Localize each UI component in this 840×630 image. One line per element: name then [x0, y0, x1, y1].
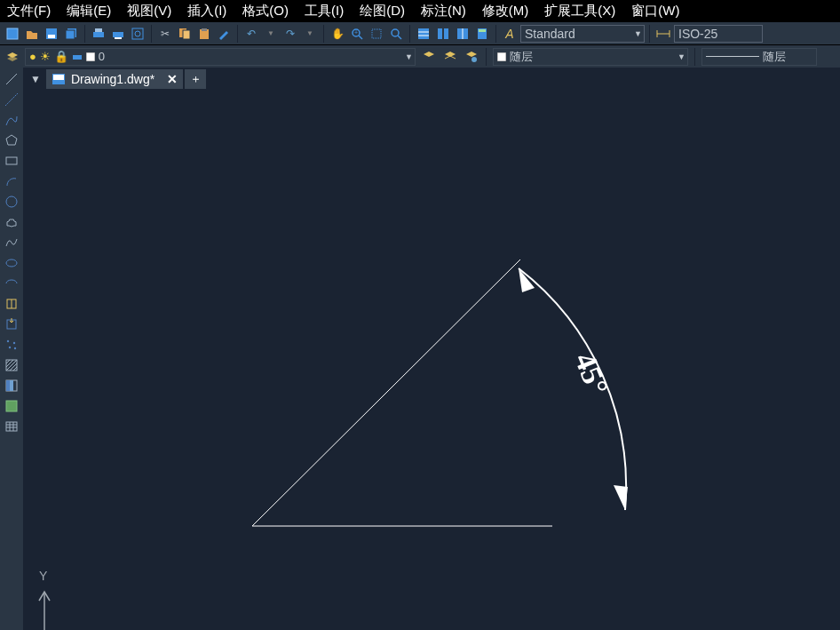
svg-line-53 — [10, 363, 17, 371]
menu-insert[interactable]: 插入(I) — [187, 3, 226, 20]
block-tool-icon[interactable] — [4, 296, 20, 312]
dim-style-combo[interactable]: ISO-25 — [674, 25, 763, 43]
separator — [694, 48, 695, 66]
svg-point-47 — [9, 347, 11, 348]
linetype-combo[interactable]: 随层 — [701, 48, 817, 66]
svg-point-35 — [472, 57, 477, 62]
menu-annotate[interactable]: 标注(N) — [421, 3, 466, 20]
color-swatch — [497, 52, 506, 61]
line-tool-icon[interactable] — [4, 71, 20, 87]
saveall-icon[interactable] — [63, 26, 79, 42]
svg-text:+: + — [354, 29, 358, 36]
plot-icon[interactable] — [110, 26, 126, 42]
polyline-tool-icon[interactable] — [4, 112, 20, 128]
rectangle-tool-icon[interactable] — [4, 153, 20, 169]
chevron-down-icon: ▼ — [678, 52, 685, 61]
spline-tool-icon[interactable] — [4, 235, 20, 251]
text-style-combo[interactable]: Standard ▼ — [520, 25, 645, 43]
zoom-in-icon[interactable]: + — [349, 26, 365, 42]
svg-line-67 — [252, 259, 520, 526]
copy-icon[interactable] — [177, 26, 193, 42]
point-tool-icon[interactable] — [4, 337, 20, 353]
menu-format[interactable]: 格式(O) — [242, 3, 289, 20]
paste-icon[interactable] — [196, 26, 212, 42]
region-tool-icon[interactable] — [4, 398, 20, 414]
print-icon[interactable] — [91, 26, 107, 42]
arc-tool-icon[interactable] — [4, 173, 20, 189]
svg-rect-9 — [132, 28, 143, 39]
hatch-tool-icon[interactable] — [4, 357, 20, 373]
color-swatch — [86, 52, 95, 61]
zoom-extents-icon[interactable] — [388, 26, 404, 42]
new-tab-button[interactable]: ＋ — [185, 69, 206, 89]
separator — [495, 25, 496, 43]
svg-rect-58 — [6, 401, 17, 411]
separator — [323, 25, 324, 43]
dwg-icon — [52, 73, 66, 85]
table-tool-icon[interactable] — [4, 419, 20, 435]
layer-match-icon[interactable] — [441, 49, 457, 65]
insert-tool-icon[interactable] — [4, 316, 20, 332]
svg-rect-57 — [10, 380, 13, 391]
layer-iso-icon[interactable] — [463, 49, 479, 65]
svg-rect-65 — [53, 75, 64, 80]
new-icon[interactable] — [4, 26, 20, 42]
separator — [486, 48, 487, 66]
polygon-tool-icon[interactable] — [4, 132, 20, 148]
svg-rect-12 — [183, 30, 190, 39]
calculator-icon[interactable] — [474, 26, 490, 42]
separator — [649, 25, 650, 43]
menu-window[interactable]: 窗口(W) — [631, 3, 679, 20]
layer-combo[interactable]: ● ☀ 🔒 0 ▼ — [25, 48, 416, 66]
color-combo[interactable]: 随层 ▼ — [493, 48, 688, 66]
match-icon[interactable] — [216, 26, 232, 42]
menu-modify[interactable]: 修改(M) — [482, 3, 529, 20]
layer-manager-icon[interactable] — [4, 49, 20, 65]
layer-name: 0 — [99, 50, 105, 63]
close-icon[interactable]: ✕ — [167, 72, 178, 86]
dim-style-icon[interactable] — [655, 26, 671, 42]
layer-prev-icon[interactable] — [420, 49, 436, 65]
document-tab[interactable]: Drawing1.dwg* ✕ — [46, 69, 183, 89]
gradient-tool-icon[interactable] — [4, 378, 20, 394]
menu-extension[interactable]: 扩展工具(X) — [544, 3, 615, 20]
pan-icon[interactable]: ✋ — [329, 26, 345, 42]
designcenter-icon[interactable] — [435, 26, 451, 42]
separator — [151, 25, 152, 43]
svg-rect-29 — [479, 29, 486, 32]
xline-tool-icon[interactable] — [4, 92, 20, 108]
tab-menu-icon[interactable]: ▼ — [28, 71, 44, 87]
save-icon[interactable] — [44, 26, 59, 42]
menu-view[interactable]: 视图(V) — [127, 3, 171, 20]
redo-dd-icon[interactable]: ▼ — [302, 26, 318, 42]
preview-icon[interactable] — [130, 26, 146, 42]
svg-line-38 — [5, 93, 18, 106]
redo-icon[interactable]: ↷ — [282, 26, 298, 42]
zoom-window-icon[interactable] — [368, 26, 384, 42]
svg-rect-36 — [497, 52, 506, 61]
svg-line-37 — [6, 74, 17, 84]
properties-icon[interactable] — [416, 26, 432, 42]
ellipse-tool-icon[interactable] — [4, 255, 20, 271]
svg-rect-6 — [95, 28, 102, 32]
revcloud-tool-icon[interactable] — [4, 214, 20, 230]
cut-icon[interactable]: ✂ — [157, 26, 173, 42]
menu-edit[interactable]: 编辑(E) — [67, 3, 111, 20]
open-icon[interactable] — [24, 26, 40, 42]
y-axis-label: Y — [39, 569, 47, 583]
dim-style-label: ISO-25 — [678, 27, 717, 41]
svg-rect-5 — [93, 32, 104, 37]
toolpalette-icon[interactable] — [455, 26, 471, 42]
drawing-canvas[interactable]: 45° X Y — [23, 91, 840, 630]
menu-file[interactable]: 文件(F) — [7, 3, 51, 20]
ellipsearc-tool-icon[interactable] — [4, 275, 20, 291]
undo-icon[interactable]: ↶ — [243, 26, 259, 42]
lock-icon: 🔒 — [54, 50, 68, 63]
menu-draw[interactable]: 绘图(D) — [360, 3, 405, 20]
svg-point-19 — [392, 29, 399, 36]
menu-tools[interactable]: 工具(I) — [305, 3, 344, 20]
text-style-icon[interactable]: A — [502, 26, 518, 42]
circle-tool-icon[interactable] — [4, 194, 20, 210]
undo-dd-icon[interactable]: ▼ — [263, 26, 279, 42]
svg-point-46 — [13, 342, 15, 344]
